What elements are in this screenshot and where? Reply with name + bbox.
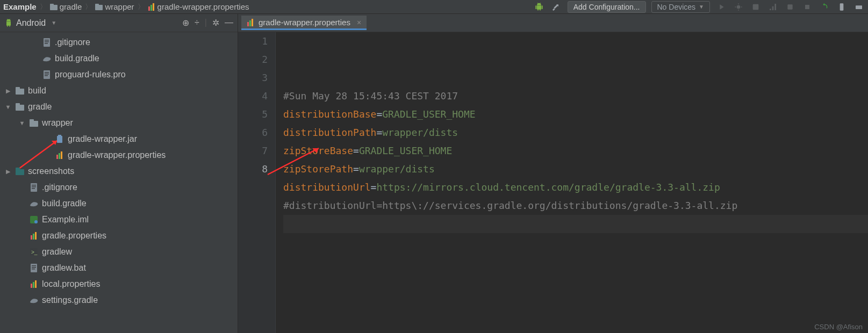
- gear-icon[interactable]: ✲: [212, 18, 219, 28]
- code-editor[interactable]: 12345678 #Sun May 28 15:45:43 CEST 2017d…: [238, 32, 868, 333]
- tree-node-label: build.gradle: [55, 54, 99, 63]
- select-opened-file-icon[interactable]: ⊕: [182, 18, 189, 28]
- device-selector[interactable]: No Devices ▼: [651, 1, 711, 13]
- tree-node[interactable]: ▶gradle-wrapper.properties: [0, 147, 238, 163]
- android-icon[interactable]: [533, 1, 545, 13]
- code-line[interactable]: zipStoreBase=GRADLE_USER_HOME: [283, 142, 868, 160]
- breadcrumb-root[interactable]: Example: [3, 2, 37, 11]
- svg-rect-37: [31, 183, 37, 192]
- chevron-right-icon: 〉: [85, 2, 92, 12]
- hammer-icon[interactable]: [550, 1, 562, 13]
- tree-node-label: build: [28, 86, 46, 96]
- file-icon: [42, 38, 52, 47]
- project-view-header: Android ▼ ⊕ ÷ | ✲ —: [0, 14, 238, 32]
- folder-icon: [15, 103, 25, 111]
- svg-rect-7: [553, 8, 555, 11]
- avd-icon[interactable]: [836, 1, 848, 13]
- breadcrumb-item[interactable]: wrapper: [95, 2, 134, 11]
- code-line[interactable]: zipStorePath=wrapper/dists: [283, 160, 868, 178]
- code-line[interactable]: #Sun May 28 15:45:43 CEST 2017: [283, 87, 868, 105]
- jar-icon: [55, 135, 64, 143]
- svg-rect-3: [95, 4, 99, 6]
- svg-rect-55: [247, 22, 249, 26]
- tree-node[interactable]: ▶.gitignore: [0, 34, 238, 50]
- run-icon[interactable]: [715, 1, 727, 13]
- code-line[interactable]: distributionBase=GRADLE_USER_HOME: [283, 105, 868, 124]
- code-line[interactable]: #distributionUrl=https\://services.gradl…: [283, 197, 868, 215]
- sync-icon[interactable]: [819, 1, 830, 13]
- tree-node[interactable]: ▶.gitignore: [0, 179, 238, 196]
- hide-icon[interactable]: —: [225, 18, 233, 28]
- tree-node-label: gradle-wrapper.properties: [68, 150, 166, 160]
- tree-node-label: gradle.properties: [42, 231, 106, 241]
- line-number: 3: [238, 69, 268, 87]
- code-line[interactable]: distributionUrl=https://mirrors.cloud.te…: [283, 178, 868, 197]
- file-icon: [29, 183, 39, 192]
- tree-node[interactable]: ▼gradle: [0, 99, 238, 115]
- attach-icon[interactable]: [784, 1, 796, 13]
- svg-rect-49: [32, 265, 36, 266]
- expand-arrow-icon[interactable]: ▶: [4, 88, 12, 95]
- iml-icon: [29, 216, 39, 223]
- editor-tab-active[interactable]: gradle-wrapper.properties ×: [241, 16, 367, 30]
- tree-node[interactable]: ▶>_gradlew: [0, 244, 238, 260]
- line-number: 5: [238, 105, 268, 124]
- sdk-icon[interactable]: [853, 1, 865, 13]
- svg-rect-52: [31, 284, 32, 288]
- tree-node[interactable]: ▶gradle.properties: [0, 228, 238, 244]
- project-view-selector[interactable]: Android ▼: [4, 18, 178, 28]
- tree-node[interactable]: ▶proguard-rules.pro: [0, 67, 238, 83]
- folder-icon: [15, 87, 25, 95]
- tree-node-label: settings.gradle: [42, 295, 98, 305]
- tree-node[interactable]: ▶Example.iml: [0, 212, 238, 228]
- tree-node[interactable]: ▶screenshots: [0, 163, 238, 179]
- debug-icon[interactable]: [733, 1, 744, 13]
- coverage-icon[interactable]: [750, 1, 762, 13]
- svg-rect-16: [44, 38, 50, 47]
- svg-rect-33: [59, 153, 60, 159]
- tree-node-label: gradle-wrapper.jar: [68, 134, 137, 144]
- watermark-text: CSDN @Afison: [814, 323, 863, 331]
- project-tree[interactable]: ▶.gitignore▶build.gradle▶proguard-rules.…: [0, 32, 238, 333]
- svg-rect-9: [753, 4, 759, 10]
- add-configuration-button[interactable]: Add Configuration...: [568, 1, 646, 13]
- tree-node[interactable]: ▶gradle-wrapper.jar: [0, 131, 238, 147]
- code-content[interactable]: #Sun May 28 15:45:43 CEST 2017distributi…: [276, 32, 868, 333]
- svg-rect-51: [32, 269, 35, 270]
- tree-node[interactable]: ▶settings.gradle: [0, 292, 238, 308]
- tree-node[interactable]: ▶local.properties: [0, 276, 238, 292]
- svg-rect-12: [840, 3, 844, 10]
- svg-rect-54: [35, 280, 37, 288]
- breadcrumb-item[interactable]: gradle: [50, 2, 82, 11]
- breadcrumb-file[interactable]: gradle-wrapper.properties: [148, 2, 249, 11]
- tree-node-label: gradlew.bat: [42, 263, 86, 273]
- expand-arrow-icon[interactable]: ▼: [18, 120, 26, 126]
- tree-node-label: screenshots: [28, 166, 74, 176]
- code-line[interactable]: [283, 215, 868, 233]
- stop-icon[interactable]: [801, 1, 813, 13]
- svg-rect-1: [50, 4, 54, 6]
- tree-node[interactable]: ▶build.gradle: [0, 50, 238, 67]
- svg-rect-10: [787, 4, 792, 9]
- tree-node-label: gradlew: [42, 247, 72, 257]
- gradle-icon: [29, 296, 39, 304]
- code-line[interactable]: distributionPath=wrapper/dists: [283, 124, 868, 142]
- tree-node[interactable]: ▶gradlew.bat: [0, 260, 238, 276]
- chevron-down-icon: ▼: [51, 20, 56, 26]
- tree-node[interactable]: ▼wrapper: [0, 115, 238, 131]
- svg-rect-31: [58, 135, 61, 136]
- folder-icon: [29, 119, 39, 127]
- properties-file-icon: [148, 3, 155, 11]
- tree-node-label: .gitignore: [55, 38, 90, 47]
- svg-rect-38: [32, 185, 36, 186]
- svg-rect-22: [45, 74, 49, 75]
- expand-arrow-icon[interactable]: ▼: [4, 104, 12, 110]
- svg-rect-30: [57, 136, 62, 143]
- collapse-all-icon[interactable]: ÷: [195, 18, 199, 28]
- expand-arrow-icon[interactable]: ▶: [4, 168, 12, 175]
- line-number: 6: [238, 124, 268, 142]
- profiler-icon[interactable]: [767, 1, 779, 13]
- tree-node[interactable]: ▶build: [0, 83, 238, 99]
- tree-node[interactable]: ▶build.gradle: [0, 196, 238, 212]
- close-icon[interactable]: ×: [357, 18, 361, 27]
